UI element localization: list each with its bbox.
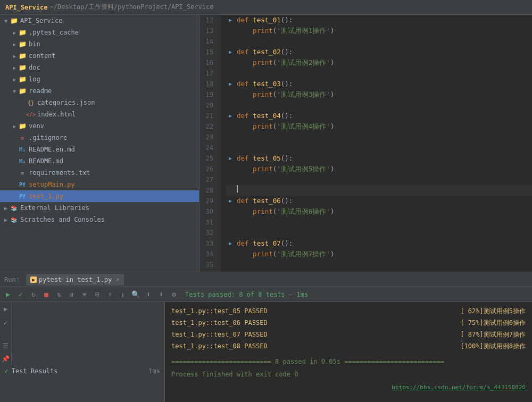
file-icon: 📁: [18, 52, 27, 60]
sidebar-item-doc[interactable]: ▶ 📁 doc: [0, 62, 199, 73]
project-name: API_Service: [5, 4, 47, 11]
line-text: def test_02():: [235, 47, 293, 57]
pin-left-icon[interactable]: 📌: [1, 354, 11, 364]
code-line: [226, 143, 532, 153]
tree-arrow[interactable]: ▶: [2, 217, 10, 223]
sort-button[interactable]: ⇅: [53, 289, 65, 300]
sidebar-item-index-html[interactable]: </> index.html: [0, 108, 199, 120]
output-percent: [100%]测试用例8操作: [460, 340, 526, 352]
collapse-button[interactable]: ⊟: [92, 289, 103, 300]
code-line: ▶def test_07():: [226, 238, 532, 249]
close-tab-icon[interactable]: ✕: [116, 276, 120, 283]
sort2-button[interactable]: ⇵: [66, 289, 78, 300]
fold-arrow-icon[interactable]: ▶: [226, 15, 235, 26]
sidebar-item-bin[interactable]: ▶ 📁 bin: [0, 38, 199, 50]
file-icon: 📁: [18, 63, 27, 72]
code-line: [226, 228, 532, 238]
tree-label: categories.json: [37, 99, 95, 106]
tree-arrow[interactable]: ▶: [11, 53, 18, 59]
code-line: ▶def test_03():: [226, 79, 532, 89]
fold-arrow-icon[interactable]: ▶: [226, 196, 235, 206]
output-test-line: test_1.py::test_07 PASSED [ 87%]测试用例7操作: [171, 329, 526, 340]
tree-arrow[interactable]: ▼: [2, 18, 10, 24]
project-path: ~/Desktop/工作资料/pythonProject/API_Service: [49, 3, 213, 12]
file-icon: PY: [18, 192, 27, 200]
csdn-link[interactable]: https://bbs.csdn.net/forum/s_443158820: [171, 382, 526, 393]
tree-label: index.html: [37, 111, 76, 118]
file-icon: M↓: [18, 145, 27, 154]
code-line: print('测试用例5操作'): [226, 164, 532, 174]
fold-arrow-icon[interactable]: ▶: [226, 111, 235, 121]
code-content[interactable]: ▶def test_01(): print('测试用例1操作')▶def tes…: [221, 15, 532, 272]
check-left-icon[interactable]: ✓: [1, 318, 11, 328]
tree-arrow[interactable]: ▶: [11, 41, 18, 47]
sidebar-item-categories-json[interactable]: {} categories.json: [0, 97, 199, 108]
file-icon: 📁: [18, 122, 27, 130]
file-icon: M↓: [18, 157, 27, 165]
tree-arrow[interactable]: ▶: [11, 30, 18, 36]
file-icon: </>: [27, 110, 35, 119]
sidebar-item-setupmain[interactable]: PY setupMain.py: [0, 179, 199, 190]
list-left-icon[interactable]: ☰: [1, 341, 11, 351]
export-button[interactable]: ⬆: [143, 289, 154, 300]
sidebar-item-test1-py[interactable]: PY test_1.py: [0, 190, 199, 202]
up-button[interactable]: ↑: [104, 289, 116, 300]
sidebar-item-pytest-cache[interactable]: ▶ 📁 .pytest_cache: [0, 27, 199, 38]
fold-arrow-icon[interactable]: ▶: [226, 153, 235, 164]
tree-label: External Libraries: [20, 204, 89, 212]
stop-button[interactable]: ■: [40, 289, 52, 300]
search-button[interactable]: 🔍: [130, 289, 142, 300]
sidebar-item-external-libs[interactable]: ▶ 📚 External Libraries: [0, 202, 199, 214]
code-container[interactable]: 1213141516171819202122232425262728293031…: [200, 15, 532, 272]
run-play-button[interactable]: ▶: [2, 289, 14, 300]
fold-arrow-icon[interactable]: ▶: [226, 238, 235, 249]
expand-button[interactable]: ≡: [79, 289, 90, 300]
test-check-icon: ✓: [4, 367, 9, 375]
run-output[interactable]: test_1.py::test_05 PASSED [ 62%]测试用例5操作 …: [165, 302, 532, 402]
csdn-link-anchor[interactable]: https://bbs.csdn.net/forum/s_443158820: [392, 384, 526, 391]
test-results-item[interactable]: ✓ Test Results 1ms: [0, 366, 164, 376]
tree-label: log: [29, 76, 40, 83]
sidebar-item-api-service-root[interactable]: ▼ 📁 API_Service: [0, 15, 199, 27]
import-button[interactable]: ⬇: [155, 289, 167, 300]
tree-arrow[interactable]: ▶: [11, 77, 18, 82]
fold-arrow-icon[interactable]: ▶: [226, 47, 235, 57]
tree-arrow[interactable]: ▼: [11, 88, 18, 94]
sidebar-item-readme-en[interactable]: M↓ README.en.md: [0, 144, 199, 155]
tree-arrow[interactable]: ▶: [11, 123, 18, 129]
code-line: ▶def test_01():: [226, 15, 532, 26]
code-line: ▶def test_04():: [226, 111, 532, 121]
sidebar-item-readme[interactable]: ▼ 📁 readme: [0, 85, 199, 97]
tree-label: venv: [29, 122, 44, 130]
sidebar-item-gitignore[interactable]: ⊘ .gitignore: [0, 132, 199, 144]
settings-button[interactable]: ⚙: [168, 289, 180, 300]
tree-label: requirements.txt: [29, 169, 90, 177]
run-tab-name: pytest in test_1.py: [39, 276, 112, 283]
output-process: Process finished with exit code 0: [171, 369, 526, 380]
tree-label: README.en.md: [29, 146, 75, 153]
line-text: def test_03():: [235, 79, 293, 89]
tree-arrow[interactable]: ▶: [11, 65, 18, 71]
rerun-button[interactable]: ↻: [28, 289, 39, 300]
line-text: print('测试用例3操作'): [235, 89, 334, 100]
tree-label: setupMain.py: [29, 181, 75, 188]
file-icon: ≡: [18, 169, 27, 177]
sidebar-item-venv[interactable]: ▶ 📁 venv: [0, 120, 199, 132]
sidebar-item-requirements[interactable]: ≡ requirements.txt: [0, 167, 199, 179]
test-results-time: 1ms: [148, 367, 160, 375]
fold-arrow-icon[interactable]: ▶: [226, 79, 235, 89]
test-results-panel: ✓ Test Results 1ms: [0, 366, 164, 402]
sidebar-item-log[interactable]: ▶ 📁 log: [0, 73, 199, 85]
run-left-icons: ▶ ✓ ☰ 📌: [0, 302, 12, 366]
sidebar-item-content[interactable]: ▶ 📁 content: [0, 50, 199, 62]
sidebar-item-readme-md[interactable]: M↓ README.md: [0, 155, 199, 167]
line-text: print('测试用例7操作'): [235, 249, 334, 259]
output-test-line: test_1.py::test_06 PASSED [ 75%]测试用例6操作: [171, 317, 526, 329]
play-left-icon[interactable]: ▶: [1, 304, 11, 314]
down-button[interactable]: ↓: [117, 289, 129, 300]
tree-arrow[interactable]: ▶: [2, 205, 10, 211]
run-check-button[interactable]: ✓: [15, 289, 27, 300]
output-test-name: test_1.py::test_07 PASSED: [171, 329, 268, 340]
sidebar-item-scratches[interactable]: ▶ 📚 Scratches and Consoles: [0, 214, 199, 225]
run-tab[interactable]: ▶ pytest in test_1.py ✕: [26, 274, 124, 286]
